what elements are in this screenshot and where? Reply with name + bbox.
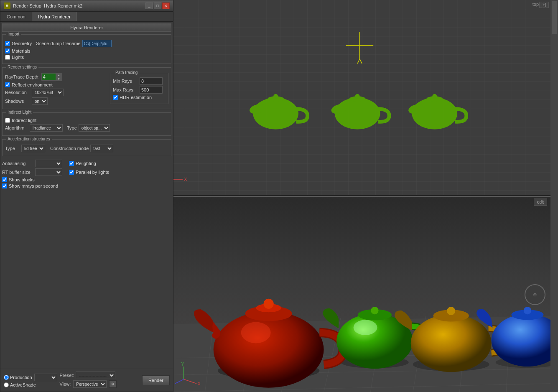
indirect-light-checkbox-label[interactable]: Indirect light bbox=[5, 118, 36, 123]
hdr-checkbox[interactable] bbox=[113, 95, 118, 100]
render-settings-title: Render settings bbox=[6, 65, 38, 69]
top-viewport-menu-btn[interactable]: [+] bbox=[539, 2, 549, 8]
scene-dump-label: Scene dump filename bbox=[36, 41, 80, 46]
show-blocks-checkbox[interactable] bbox=[2, 177, 7, 182]
render-settings-group: Render settings RayTrace Depth: ▲ ▼ bbox=[2, 67, 171, 109]
svg-point-55 bbox=[253, 98, 298, 130]
antialiasing-row: Antialiasing Relighting bbox=[2, 160, 171, 167]
scene-dump-input[interactable] bbox=[82, 40, 112, 47]
reflect-env-text: Reflect environment bbox=[12, 82, 53, 87]
indirect-type-label: Type bbox=[67, 125, 77, 130]
preset-select[interactable]: -------------------- bbox=[76, 372, 115, 379]
svg-text:X: X bbox=[184, 177, 187, 182]
shadows-label: Shadows bbox=[5, 99, 30, 104]
activeshade-radio[interactable] bbox=[4, 382, 9, 387]
lights-checkbox-label[interactable]: Lights bbox=[5, 55, 24, 60]
show-mrays-label[interactable]: Show mrays per second bbox=[2, 183, 58, 188]
parallel-by-lights-label[interactable]: Parallel by lights bbox=[69, 170, 109, 175]
algorithm-label: Algorithm bbox=[5, 125, 28, 130]
resolution-label: Resolution bbox=[5, 90, 30, 95]
parallel-by-lights-text: Parallel by lights bbox=[76, 170, 109, 175]
show-mrays-row: Show mrays per second bbox=[2, 183, 171, 188]
antialiasing-section: Antialiasing Relighting RT buffer size bbox=[2, 160, 171, 188]
top-viewport-label: top bbox=[533, 2, 539, 7]
materials-checkbox[interactable] bbox=[5, 48, 10, 53]
algorithm-select[interactable]: irradiance path tracing bbox=[30, 124, 63, 132]
reflect-env-label[interactable]: Reflect environment bbox=[5, 82, 53, 87]
lights-checkbox[interactable] bbox=[5, 55, 10, 60]
indirect-light-text: Indirect light bbox=[12, 118, 36, 123]
preset-label: Preset: bbox=[60, 373, 74, 378]
show-blocks-label[interactable]: Show blocks bbox=[2, 177, 35, 182]
render-setup-dialog: R Render Setup: Hydra Render mk2 _ □ ✕ C… bbox=[0, 0, 173, 392]
dialog-titlebar: R Render Setup: Hydra Render mk2 _ □ ✕ bbox=[0, 0, 173, 12]
view-label: View: bbox=[60, 382, 71, 387]
resolution-select[interactable]: 1024x768 1920x1080 800x600 bbox=[32, 89, 64, 96]
lights-label: Lights bbox=[12, 55, 24, 60]
right-sidebar-panel bbox=[551, 1, 557, 34]
maximize-button[interactable]: □ bbox=[154, 3, 161, 9]
max-rays-input[interactable] bbox=[140, 86, 163, 94]
svg-point-92 bbox=[241, 322, 271, 343]
right-sidebar bbox=[550, 0, 558, 392]
view-config-button[interactable]: ⚙ bbox=[109, 380, 117, 388]
accel-type-select[interactable]: kd tree bvh bbox=[21, 145, 45, 152]
shadows-select[interactable]: on off bbox=[32, 97, 48, 105]
dialog-app-icon: R bbox=[4, 3, 10, 9]
reflect-env-row: Reflect environment bbox=[5, 82, 107, 87]
production-select[interactable] bbox=[34, 374, 57, 381]
production-radio-label[interactable]: Production bbox=[4, 374, 57, 381]
indirect-light-group: Indirect Light Indirect light Algorithm … bbox=[2, 112, 171, 136]
viewport-nav-circle[interactable]: ◎ bbox=[525, 284, 545, 305]
reflect-env-checkbox[interactable] bbox=[5, 82, 10, 87]
bottom-viewport-edit-btn[interactable]: edit bbox=[534, 199, 547, 206]
show-blocks-text: Show blocks bbox=[9, 177, 35, 182]
shadows-row: Shadows on off bbox=[5, 97, 107, 105]
relighting-checkbox[interactable] bbox=[69, 161, 74, 166]
production-radio[interactable] bbox=[4, 375, 9, 380]
rt-buffer-select[interactable] bbox=[35, 168, 62, 176]
relighting-label[interactable]: Relighting bbox=[69, 161, 96, 166]
rt-buffer-label: RT buffer size bbox=[2, 170, 33, 175]
min-rays-input[interactable] bbox=[140, 77, 163, 85]
activeshade-radio-label[interactable]: ActiveShade bbox=[4, 382, 57, 387]
lights-row: Lights bbox=[5, 55, 168, 60]
svg-point-91 bbox=[263, 299, 273, 309]
svg-text:Y: Y bbox=[181, 362, 184, 367]
parallel-by-lights-checkbox[interactable] bbox=[69, 170, 74, 175]
svg-text:X: X bbox=[198, 382, 201, 386]
minimize-button[interactable]: _ bbox=[145, 3, 153, 9]
acceleration-group: Acceleration structures Type kd tree bvh… bbox=[2, 139, 171, 156]
import-group-title: Import bbox=[6, 32, 21, 36]
close-button[interactable]: ✕ bbox=[162, 3, 170, 9]
titlebar-left: R Render Setup: Hydra Render mk2 bbox=[4, 3, 82, 9]
indirect-light-row: Indirect light bbox=[5, 118, 168, 123]
raytrace-depth-input[interactable] bbox=[41, 73, 56, 81]
geometry-checkbox-label[interactable]: Geometry bbox=[5, 41, 32, 46]
construction-select[interactable]: fast quality bbox=[90, 145, 113, 152]
production-label: Production bbox=[10, 375, 32, 380]
show-blocks-row: Show blocks bbox=[2, 177, 171, 182]
render-button[interactable]: Render bbox=[142, 375, 170, 385]
antialiasing-label: Antialiasing bbox=[2, 161, 33, 166]
indirect-light-checkbox[interactable] bbox=[5, 118, 10, 123]
indirect-type-select[interactable]: object sp... world bbox=[79, 124, 110, 132]
view-select[interactable]: Perspective bbox=[73, 380, 107, 388]
svg-point-96 bbox=[354, 320, 377, 335]
svg-point-66 bbox=[432, 94, 437, 99]
hdr-label[interactable]: HDR estimation bbox=[113, 95, 152, 100]
tab-common[interactable]: Common bbox=[0, 12, 32, 21]
construction-label: Construction mode bbox=[50, 146, 89, 151]
show-mrays-checkbox[interactable] bbox=[2, 183, 7, 188]
raytrace-down-btn[interactable]: ▼ bbox=[56, 77, 62, 81]
materials-checkbox-label[interactable]: Materials bbox=[5, 48, 31, 53]
indirect-light-title: Indirect Light bbox=[6, 110, 33, 115]
accel-type-row: Type kd tree bvh Construction mode fast … bbox=[5, 145, 168, 152]
geometry-checkbox[interactable] bbox=[5, 41, 10, 46]
raytrace-up-btn[interactable]: ▲ bbox=[56, 73, 62, 77]
tab-hydra-renderer[interactable]: Hydra Renderer bbox=[32, 12, 77, 21]
resolution-row: Resolution 1024x768 1920x1080 800x600 bbox=[5, 89, 107, 96]
dialog-content: Hydra Renderer Import Geometry Scene dum… bbox=[0, 22, 173, 369]
max-rays-label: Max Rays bbox=[113, 87, 138, 92]
antialiasing-select[interactable] bbox=[35, 160, 62, 167]
